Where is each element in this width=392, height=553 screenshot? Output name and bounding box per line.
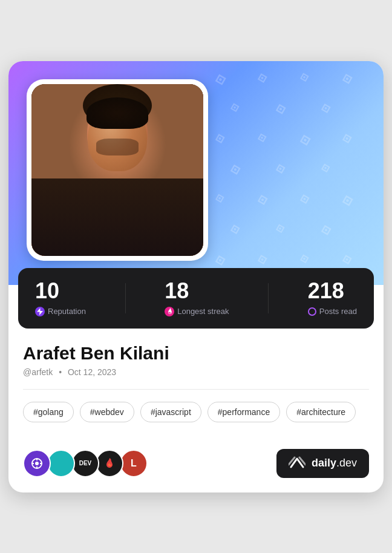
source-icon-crosshair[interactable] bbox=[23, 450, 51, 477]
tag-performance[interactable]: #performance bbox=[207, 402, 280, 422]
profile-meta: @arfetk • Oct 12, 2023 bbox=[23, 367, 369, 377]
username: @arfetk bbox=[23, 367, 53, 377]
profile-divider bbox=[23, 389, 369, 390]
source-icon-lobsters[interactable]: L bbox=[120, 450, 148, 477]
tag-javascript[interactable]: #javascript bbox=[140, 402, 201, 422]
avatar-wrapper bbox=[27, 79, 208, 261]
reputation-value: 10 bbox=[35, 280, 59, 302]
brand-name: daily.dev bbox=[312, 457, 357, 470]
source-icon-teal[interactable] bbox=[47, 450, 75, 477]
hero-section: ⟐ ⟐ ⟐ ⟐ ⟐ ⟐ ⟐ ⟐ ⟐ ⟐ ⟐ ⟐ ⟐ ⟐ ⟐ ⟐ ⟐ ⟐ ⟐ ⟐ … bbox=[8, 61, 384, 285]
footer-section: DEV L daily.dev bbox=[8, 449, 384, 492]
meta-separator: • bbox=[59, 367, 62, 377]
profile-card: ⟐ ⟐ ⟐ ⟐ ⟐ ⟐ ⟐ ⟐ ⟐ ⟐ ⟐ ⟐ ⟐ ⟐ ⟐ ⟐ ⟐ ⟐ ⟐ ⟐ … bbox=[8, 61, 384, 492]
stat-posts: 218 Posts read bbox=[308, 280, 357, 316]
posts-value: 218 bbox=[308, 280, 344, 302]
stat-reputation: 10 Reputation bbox=[35, 280, 86, 316]
posts-icon bbox=[308, 307, 316, 316]
brand-logo-icon bbox=[289, 456, 305, 471]
source-icons: DEV L bbox=[23, 450, 143, 477]
stat-divider-1 bbox=[125, 283, 126, 313]
tags-section: #golang #webdev #javascript #performance… bbox=[23, 402, 369, 422]
tag-golang[interactable]: #golang bbox=[23, 402, 74, 422]
streak-icon bbox=[165, 307, 174, 316]
profile-section: Arafet Ben Kilani @arfetk • Oct 12, 2023… bbox=[8, 329, 384, 449]
reputation-label: Reputation bbox=[35, 307, 86, 316]
tag-architecture[interactable]: #architecture bbox=[286, 402, 356, 422]
posts-label: Posts read bbox=[308, 307, 357, 316]
stats-bar: 10 Reputation 18 Longest streak bbox=[18, 268, 374, 329]
brand-badge: daily.dev bbox=[276, 449, 369, 478]
streak-value: 18 bbox=[165, 280, 189, 302]
source-icon-fire[interactable] bbox=[96, 450, 123, 477]
stat-divider-2 bbox=[268, 283, 269, 313]
profile-name: Arafet Ben Kilani bbox=[23, 343, 369, 364]
avatar bbox=[31, 84, 203, 256]
source-icon-dev[interactable]: DEV bbox=[71, 450, 99, 477]
streak-label: Longest streak bbox=[165, 307, 229, 316]
stat-streak: 18 Longest streak bbox=[165, 280, 229, 316]
tag-webdev[interactable]: #webdev bbox=[80, 402, 134, 422]
join-date: Oct 12, 2023 bbox=[68, 367, 116, 377]
reputation-icon bbox=[35, 307, 45, 316]
svg-point-1 bbox=[35, 462, 39, 465]
